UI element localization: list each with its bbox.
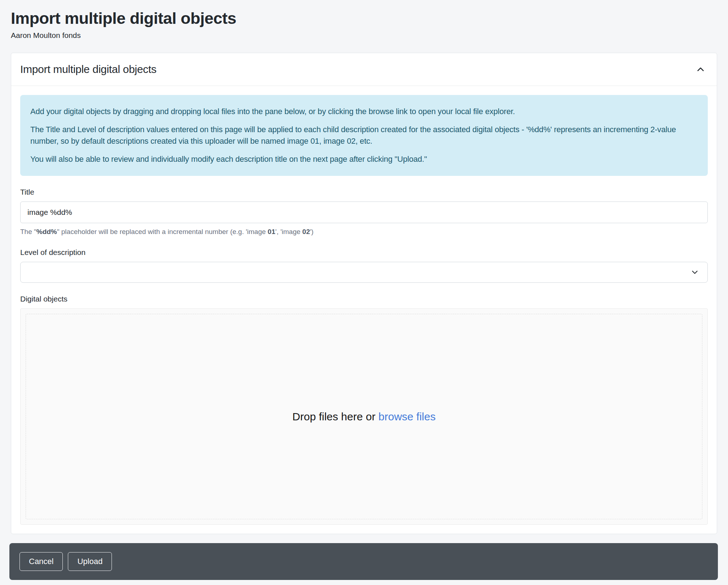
level-of-description-label: Level of description [20, 248, 708, 257]
dropzone-instruction: Drop files here or browse files [292, 411, 436, 423]
info-paragraph-1: Add your digital objects by dragging and… [30, 106, 698, 117]
chevron-down-icon [690, 268, 699, 277]
browse-files-link[interactable]: browse files [379, 411, 436, 422]
panel-header-toggle[interactable]: Import multiple digital objects [11, 53, 717, 86]
file-dropzone-dashed-area[interactable]: Drop files here or browse files [26, 314, 702, 519]
info-paragraph-2: The Title and Level of description value… [30, 124, 698, 147]
chevron-up-icon[interactable] [695, 64, 706, 75]
breadcrumb-fonds-name: Aaron Moulton fonds [11, 30, 717, 40]
import-panel: Import multiple digital objects Add your… [11, 53, 717, 534]
title-help-text: The "%dd%" placeholder will be replaced … [20, 228, 708, 236]
panel-body: Add your digital objects by dragging and… [11, 86, 717, 534]
title-input[interactable] [20, 202, 708, 223]
info-alert: Add your digital objects by dragging and… [20, 95, 708, 176]
file-dropzone[interactable]: Drop files here or browse files [20, 308, 708, 525]
digital-objects-label: Digital objects [20, 294, 708, 304]
info-paragraph-3: You will also be able to review and indi… [30, 153, 698, 165]
action-bar: Cancel Upload [9, 543, 718, 580]
title-label: Title [20, 187, 708, 197]
level-of-description-select[interactable] [20, 262, 708, 283]
cancel-button[interactable]: Cancel [19, 552, 63, 571]
dropzone-instruction-text: Drop files here or [292, 411, 378, 422]
panel-title: Import multiple digital objects [20, 63, 157, 75]
upload-button[interactable]: Upload [68, 552, 112, 571]
page-title: Import multiple digital objects [11, 9, 717, 28]
